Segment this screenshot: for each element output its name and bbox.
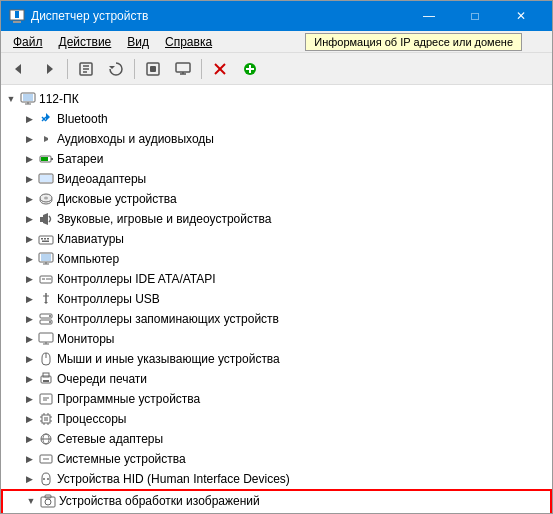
toolbar-add-button[interactable] — [236, 56, 264, 82]
update-icon — [108, 61, 124, 77]
tree-item-audio[interactable]: ▶ Аудиовходы и аудиовыходы — [19, 129, 552, 149]
scan-icon — [145, 61, 161, 77]
toolbar-properties-button[interactable] — [72, 56, 100, 82]
battery-expand[interactable]: ▶ — [23, 153, 35, 165]
back-icon — [11, 61, 27, 77]
svg-point-82 — [47, 478, 49, 480]
svg-rect-67 — [44, 417, 48, 421]
bluetooth-icon — [38, 111, 54, 127]
battery-label: Батареи — [57, 152, 103, 166]
imaging-expand[interactable]: ▼ — [25, 495, 37, 507]
svg-rect-31 — [40, 175, 52, 182]
software-expand[interactable]: ▶ — [23, 393, 35, 405]
toolbar-monitor-button[interactable] — [169, 56, 197, 82]
toolbar-back-button[interactable] — [5, 56, 33, 82]
svg-rect-43 — [41, 254, 51, 261]
menu-help[interactable]: Справка — [157, 33, 220, 51]
tree-item-computer[interactable]: ▶ Компьютер — [19, 249, 552, 269]
toolbar-scan-button[interactable] — [139, 56, 167, 82]
system-expand[interactable]: ▶ — [23, 453, 35, 465]
title-bar-left: Диспетчер устройств — [9, 8, 148, 24]
svg-rect-35 — [40, 217, 43, 222]
mouse-expand[interactable]: ▶ — [23, 353, 35, 365]
disk-expand[interactable]: ▶ — [23, 193, 35, 205]
toolbar-forward-button[interactable] — [35, 56, 63, 82]
tree-item-imaging[interactable]: ▼ Устройства обработки изображений — [21, 491, 550, 511]
sound-expand[interactable]: ▶ — [23, 213, 35, 225]
svg-rect-40 — [47, 238, 49, 240]
tree-item-webcam[interactable]: WebCam SCB-1100N — [39, 511, 550, 513]
tree-item-sound[interactable]: ▶ Звуковые, игровые и видеоустройства — [19, 209, 552, 229]
svg-rect-56 — [39, 333, 53, 342]
tree-item-network[interactable]: ▶ Сетевые адаптеры — [19, 429, 552, 449]
svg-point-84 — [45, 499, 51, 505]
computer-label: Компьютер — [57, 252, 119, 266]
svg-rect-63 — [40, 394, 52, 404]
disk-label: Дисковые устройства — [57, 192, 177, 206]
svg-rect-38 — [41, 238, 43, 240]
hid-icon — [38, 471, 54, 487]
bluetooth-expand[interactable]: ▶ — [23, 113, 35, 125]
highlighted-group: ▼ Устройства обработки изображений WebCa… — [1, 489, 552, 513]
network-expand[interactable]: ▶ — [23, 433, 35, 445]
svg-marker-9 — [109, 66, 115, 69]
video-expand[interactable]: ▶ — [23, 173, 35, 185]
computer-expand[interactable]: ▶ — [23, 253, 35, 265]
tree-item-monitors[interactable]: ▶ Мониторы — [19, 329, 552, 349]
title-bar: Диспетчер устройств — □ ✕ — [1, 1, 552, 31]
monitors-expand[interactable]: ▶ — [23, 333, 35, 345]
keyboard-expand[interactable]: ▶ — [23, 233, 35, 245]
tree-item-usb[interactable]: ▶ Контроллеры USB — [19, 289, 552, 309]
svg-rect-47 — [42, 278, 45, 280]
tree-item-battery[interactable]: ▶ Батареи — [19, 149, 552, 169]
video-icon — [38, 171, 54, 187]
tree-item-hid[interactable]: ▶ Устройства HID (Human Interface Device… — [19, 469, 552, 489]
ide-icon — [38, 271, 54, 287]
device-manager-window: Диспетчер устройств — □ ✕ Файл Действие … — [0, 0, 553, 514]
tree-root[interactable]: ▼ 112-ПК — [1, 89, 552, 109]
window-title: Диспетчер устройств — [31, 9, 148, 23]
tree-item-software[interactable]: ▶ Программные устройства — [19, 389, 552, 409]
hid-expand[interactable]: ▶ — [23, 473, 35, 485]
monitors-label: Мониторы — [57, 332, 114, 346]
sound-label: Звуковые, игровые и видеоустройства — [57, 212, 271, 226]
tree-item-disk[interactable]: ▶ Дисковые устройства — [19, 189, 552, 209]
toolbar-delete-button[interactable] — [206, 56, 234, 82]
menu-file[interactable]: Файл — [5, 33, 51, 51]
tree-item-system[interactable]: ▶ Системные устройства — [19, 449, 552, 469]
app-icon — [9, 8, 25, 24]
svg-rect-1 — [13, 21, 21, 23]
system-label: Системные устройства — [57, 452, 186, 466]
tree-item-keyboard[interactable]: ▶ Клавиатуры — [19, 229, 552, 249]
tree-item-video[interactable]: ▶ Видеоадаптеры — [19, 169, 552, 189]
cpu-icon — [38, 411, 54, 427]
svg-rect-28 — [51, 158, 53, 160]
toolbar-update-button[interactable] — [102, 56, 130, 82]
minimize-button[interactable]: — — [406, 1, 452, 31]
cpu-expand[interactable]: ▶ — [23, 413, 35, 425]
tree-item-storage[interactable]: ▶ Контроллеры запоминающих устройств — [19, 309, 552, 329]
system-icon — [38, 451, 54, 467]
tree-item-mouse[interactable]: ▶ Мыши и иные указывающие устройства — [19, 349, 552, 369]
root-label: 112-ПК — [39, 92, 79, 106]
tree-item-cpu[interactable]: ▶ Процессоры — [19, 409, 552, 429]
tree-item-ide[interactable]: ▶ Контроллеры IDE ATA/ATAPI — [19, 269, 552, 289]
ide-expand[interactable]: ▶ — [23, 273, 35, 285]
root-expand[interactable]: ▼ — [5, 93, 17, 105]
software-icon — [38, 391, 54, 407]
audio-expand[interactable]: ▶ — [23, 133, 35, 145]
menu-action[interactable]: Действие — [51, 33, 120, 51]
svg-point-54 — [49, 315, 51, 317]
tree-item-print[interactable]: ▶ Очереди печати — [19, 369, 552, 389]
device-tree[interactable]: ▼ 112-ПК ▶ Bluetooth ▶ Аудиовходы и ауди… — [1, 85, 552, 513]
svg-point-81 — [43, 478, 45, 480]
maximize-button[interactable]: □ — [452, 1, 498, 31]
title-bar-buttons: — □ ✕ — [406, 1, 544, 31]
menu-view[interactable]: Вид — [119, 33, 157, 51]
print-expand[interactable]: ▶ — [23, 373, 35, 385]
tree-item-bluetooth[interactable]: ▶ Bluetooth — [19, 109, 552, 129]
usb-expand[interactable]: ▶ — [23, 293, 35, 305]
close-button[interactable]: ✕ — [498, 1, 544, 31]
storage-expand[interactable]: ▶ — [23, 313, 35, 325]
forward-icon — [41, 61, 57, 77]
